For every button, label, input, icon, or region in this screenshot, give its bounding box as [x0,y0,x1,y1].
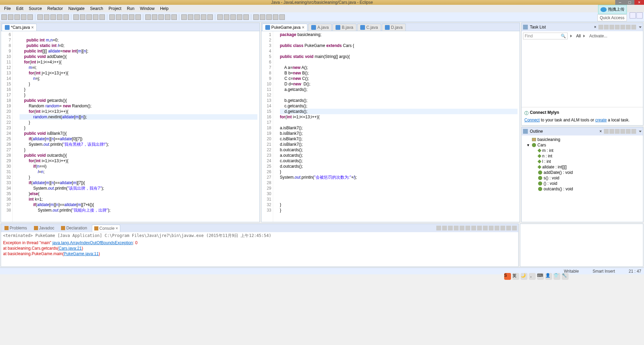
toolbar-icon-11[interactable] [80,14,85,20]
tab-d-java[interactable]: D.java [382,24,406,31]
console-toolbar-icon-5[interactable] [465,226,470,230]
toolbar-icon-37[interactable] [266,14,272,20]
toolbar-icon-0[interactable] [1,14,7,20]
maximize-button[interactable]: □ [625,0,634,5]
punct-icon[interactable]: ， [529,273,536,274]
toolbar-icon-1[interactable] [8,14,13,20]
cloud-upload-widget[interactable]: 拖拽上传 [598,5,627,14]
view-close-icon[interactable]: × [599,129,602,134]
hide-nonpublic-icon[interactable] [620,129,625,134]
toolbar-icon-29[interactable] [207,14,213,20]
tab-c-java[interactable]: C.java [357,24,381,31]
tab-close-icon[interactable]: × [302,25,304,30]
keyboard-icon[interactable]: ⌨ [537,273,544,274]
console-toolbar-icon-11[interactable] [500,226,505,230]
console-toolbar-icon-9[interactable] [489,226,494,230]
toolbar-icon-33[interactable] [237,14,242,20]
menu-window[interactable]: Window [137,5,157,12]
tab-a-java[interactable]: A.java [308,24,332,31]
toolbar-icon-10[interactable] [73,14,79,20]
toolbar-icon-12[interactable] [86,14,92,20]
lang-icon[interactable]: 英 [512,273,519,274]
toolbar-icon-28[interactable] [201,14,206,20]
categorize-icon[interactable] [604,25,609,29]
tab-pukegame-java[interactable]: PukeGame.java × [262,24,307,31]
console-toolbar-icon-13[interactable] [512,226,517,230]
console-output[interactable]: Exception in thread "main" java.lang.Arr… [1,239,518,266]
toolbar-icon-6[interactable] [44,14,49,20]
outline-node[interactable]: n : int [523,153,642,159]
sogou-icon[interactable]: S [504,273,511,274]
toolbar-icon-27[interactable] [194,14,200,20]
outline-node[interactable]: addDate() : void [523,170,642,175]
face-icon[interactable]: 👤 [545,273,552,274]
toolbar-icon-39[interactable] [279,14,285,20]
menu-navigate[interactable]: Navigate [65,5,87,12]
stacktrace-link[interactable]: Cars.java:21 [59,246,82,251]
hide-static-icon[interactable] [615,129,620,134]
toolbar-icon-36[interactable] [260,14,265,20]
skin-icon[interactable]: 👕 [554,273,560,274]
new-task-icon[interactable] [598,25,603,29]
toolbar-icon-30[interactable] [217,14,223,20]
toolbar-icon-8[interactable] [57,14,62,20]
toolbar-icon-35[interactable] [253,14,259,20]
toolbar-icon-22[interactable] [158,14,164,20]
console-tab-console[interactable]: Console × [92,225,120,232]
ime-toolbar[interactable]: S 英 🌙 ， ⌨ 👤 👕 🔧 [504,273,569,274]
outline-node[interactable]: m : int [523,148,642,153]
toolbar-icon-34[interactable] [243,14,249,20]
focus-icon[interactable] [609,25,614,29]
outline-node[interactable]: s() : void [523,175,642,181]
toolbar-icon-31[interactable] [224,14,229,20]
console-tab-javadoc[interactable]: Javadoc [32,225,57,231]
schedule-icon[interactable] [626,25,631,29]
toolbar-icon-20[interactable] [145,14,151,20]
toolbar-icon-21[interactable] [152,14,157,20]
tab-b-java[interactable]: B.java [332,24,356,31]
toolbar-icon-5[interactable] [37,14,43,20]
toolbar-icon-32[interactable] [230,14,236,20]
toolbar-icon-24[interactable] [171,14,177,20]
console-toolbar-icon-7[interactable] [477,226,482,230]
console-tab-problems[interactable]: Problems [2,225,29,231]
menu-run[interactable]: Run [124,5,137,12]
java-perspective-icon[interactable] [636,12,643,19]
view-dropdown-icon[interactable] [639,26,642,28]
toolbar-icon-14[interactable] [99,14,105,20]
menu-project[interactable]: Project [106,5,124,12]
moon-icon[interactable]: 🌙 [521,273,527,274]
connect-link[interactable]: Connect [524,118,540,122]
stacktrace-link[interactable]: java.lang.ArrayIndexOutOfBoundsException [52,240,133,245]
create-link[interactable]: create [595,118,607,122]
perspective-switcher[interactable] [630,12,643,19]
tab-cars-java[interactable]: *Cars.java × [2,24,37,31]
outline-tree[interactable]: basicleaning▾Carsm : intn : intl : intal… [522,135,643,193]
focus-icon[interactable] [631,129,636,134]
close-button[interactable]: × [634,0,644,5]
console-toolbar-icon-2[interactable] [448,226,453,230]
find-input[interactable]: Find 🔍 [523,33,568,39]
toolbar-icon-23[interactable] [165,14,170,20]
sync-icon[interactable] [620,25,625,29]
hide-local-icon[interactable] [626,129,631,134]
menu-file[interactable]: File [1,5,13,12]
toolbar-icon-16[interactable] [116,14,121,20]
toolbar-icon-9[interactable] [63,14,69,20]
toolbar-icon-3[interactable] [21,14,26,20]
console-toolbar-icon-8[interactable] [483,226,488,230]
menu-refactor[interactable]: Refactor [45,5,65,12]
view-menu-icon[interactable]: × [594,25,596,29]
toolbar-icon-18[interactable] [129,14,134,20]
all-filter[interactable]: All [576,34,581,38]
console-toolbar-icon-6[interactable] [471,226,476,230]
code-area-pukegame[interactable]: package basicleaning;public class PukeGa… [278,31,520,222]
outline-node[interactable]: l : int [523,159,642,164]
toolbar-icon-26[interactable] [188,14,193,20]
toolbar-icon-7[interactable] [50,14,56,20]
minimize-button[interactable]: – [615,0,625,5]
outline-node[interactable]: basicleaning [523,137,642,142]
collapse-all-icon[interactable] [615,25,620,29]
menu-source[interactable]: Source [26,5,45,12]
menu-help[interactable]: Help [157,5,171,12]
